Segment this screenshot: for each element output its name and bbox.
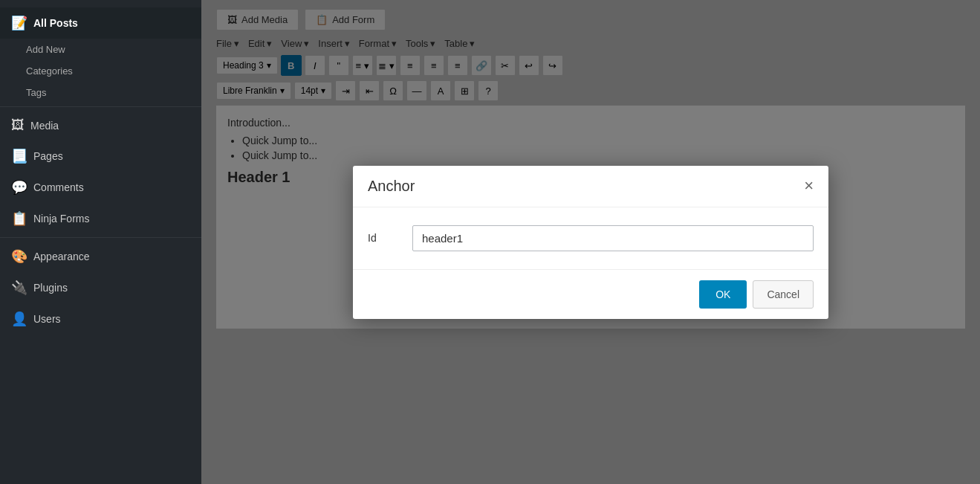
posts-icon: 📝 [11,15,27,31]
sidebar-item-tags[interactable]: Tags [0,82,201,103]
cancel-button[interactable]: Cancel [753,280,814,309]
modal-overlay: Anchor × Id OK Cancel [201,0,980,484]
modal-footer: OK Cancel [353,270,828,319]
sidebar-item-media[interactable]: 🖼 Media [0,110,201,141]
sidebar-item-appearance[interactable]: 🎨 Appearance [0,241,201,272]
ninja-forms-icon: 📋 [11,210,27,227]
id-label: Id [368,232,397,244]
sidebar-item-comments[interactable]: 💬 Comments [0,172,201,203]
pages-icon: 📃 [11,148,27,164]
sidebar-item-ninja-forms[interactable]: 📋 Ninja Forms [0,203,201,234]
main-area: 🖼 Add Media 📋 Add Form File ▾ Edit ▾ Vie… [201,0,980,484]
anchor-id-input[interactable] [412,225,814,251]
modal-header: Anchor × [353,166,828,207]
users-icon: 👤 [11,311,27,327]
sidebar-item-users[interactable]: 👤 Users [0,303,201,335]
appearance-icon: 🎨 [11,248,27,265]
ok-button[interactable]: OK [699,280,747,309]
sidebar: 📝 All Posts Add New Categories Tags 🖼 Me… [0,0,201,484]
media-icon: 🖼 [11,117,25,133]
plugins-icon: 🔌 [11,280,27,296]
sidebar-item-plugins[interactable]: 🔌 Plugins [0,272,201,303]
anchor-modal: Anchor × Id OK Cancel [353,166,828,319]
sidebar-divider-2 [0,237,201,238]
modal-body: Id [353,207,828,270]
modal-close-button[interactable]: × [804,178,814,194]
sidebar-item-pages[interactable]: 📃 Pages [0,141,201,172]
sidebar-item-add-new[interactable]: Add New [0,39,201,60]
sidebar-divider [0,106,201,107]
sidebar-item-all-posts[interactable]: 📝 All Posts [0,7,201,39]
sidebar-item-categories[interactable]: Categories [0,60,201,82]
modal-title: Anchor [368,178,415,195]
comments-icon: 💬 [11,179,27,196]
